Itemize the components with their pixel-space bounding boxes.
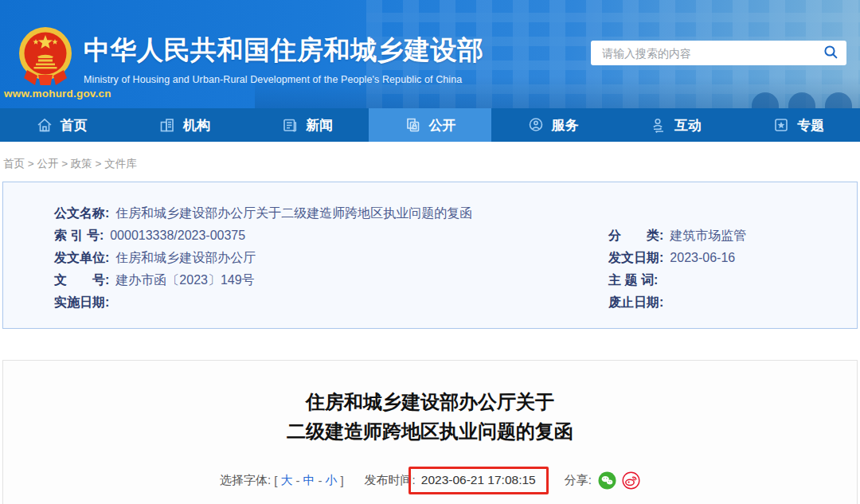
field-index-no: 索 引 号: 000013338/2023-00375 bbox=[54, 228, 608, 244]
separator: - bbox=[318, 474, 322, 487]
doc-row: 文 号: 建办市函〔2023〕149号 主 题 词: bbox=[54, 269, 857, 291]
field-doc-name: 公文名称: 住房和城乡建设部办公厅关于二级建造师跨地区执业问题的复函 bbox=[54, 205, 472, 222]
site-header: www.mohurd.gov.cn 中华人民共和国住房和城乡建设部 Minist… bbox=[0, 0, 860, 108]
field-label: 主 题 词: bbox=[608, 272, 658, 289]
ministry-title-cn: 中华人民共和国住房和城乡建设部 bbox=[84, 33, 484, 68]
field-value: 2023-06-16 bbox=[670, 251, 735, 265]
publish-time-highlight-box: 2023-06-21 17:08:15 bbox=[408, 467, 549, 494]
field-issuer: 发文单位: 住房和城乡建设部办公厅 bbox=[54, 250, 608, 267]
search-box bbox=[591, 41, 846, 65]
field-subject: 主 题 词: bbox=[608, 272, 857, 289]
field-label: 发文单位: bbox=[54, 250, 109, 267]
home-icon bbox=[36, 116, 53, 134]
field-label: 文 号: bbox=[54, 272, 109, 289]
field-label: 索 引 号: bbox=[54, 228, 104, 244]
font-size-medium-link[interactable]: 中 bbox=[303, 473, 315, 488]
field-value: 建筑市场监管 bbox=[670, 228, 746, 244]
nav-label: 公开 bbox=[428, 116, 455, 135]
share-wechat-button[interactable] bbox=[598, 471, 616, 490]
header-titles: 中华人民共和国住房和城乡建设部 Ministry of Housing and … bbox=[84, 33, 484, 85]
nav-label: 服务 bbox=[552, 116, 579, 135]
search-input[interactable] bbox=[602, 47, 823, 60]
search-icon bbox=[823, 45, 838, 62]
share-icons bbox=[598, 471, 640, 490]
header-arches-decoration bbox=[752, 92, 852, 108]
nav-label: 互动 bbox=[674, 116, 702, 135]
page: www.mohurd.gov.cn 中华人民共和国住房和城乡建设部 Minist… bbox=[0, 0, 860, 504]
doc-row: 发文单位: 住房和城乡建设部办公厅 发文日期: 2023-06-16 bbox=[54, 247, 857, 269]
field-value: 住房和城乡建设部办公厅关于二级建造师跨地区执业问题的复函 bbox=[115, 205, 472, 222]
field-repeal-date: 废止日期: bbox=[608, 295, 857, 311]
nav-label: 首页 bbox=[61, 116, 88, 135]
doc-row: 实施日期: 废止日期: bbox=[54, 291, 857, 314]
disclosure-icon bbox=[404, 116, 421, 134]
field-impl-date: 实施日期: bbox=[54, 295, 608, 311]
wechat-icon bbox=[598, 471, 616, 490]
field-value: 建办市函〔2023〕149号 bbox=[115, 272, 254, 289]
field-label: 分 类: bbox=[608, 228, 663, 244]
field-label: 公文名称: bbox=[54, 205, 109, 222]
news-icon bbox=[281, 116, 299, 134]
main-nav: 首页 机构 新闻 bbox=[0, 108, 860, 142]
field-label: 废止日期: bbox=[608, 295, 663, 311]
article-title-line2: 二级建造师跨地区执业问题的复函 bbox=[3, 416, 857, 446]
search-button[interactable] bbox=[823, 45, 838, 62]
font-size-large-link[interactable]: 大 bbox=[280, 473, 292, 488]
field-category: 分 类: 建筑市场监管 bbox=[608, 228, 857, 244]
share-label: 分享: bbox=[565, 473, 592, 488]
field-label: 实施日期: bbox=[54, 295, 109, 311]
nav-item-services[interactable]: 服务 bbox=[491, 108, 614, 142]
nav-item-organization[interactable]: 机构 bbox=[123, 108, 245, 142]
weibo-icon bbox=[622, 471, 640, 490]
bracket-open: [ bbox=[274, 474, 277, 487]
nav-label: 新闻 bbox=[306, 116, 333, 135]
article-title-line1: 住房和城乡建设部办公厅关于 bbox=[3, 387, 857, 416]
nav-item-home[interactable]: 首页 bbox=[0, 108, 123, 142]
services-icon bbox=[527, 116, 545, 134]
article-card: 住房和城乡建设部办公厅关于 二级建造师跨地区执业问题的复函 选择字体: [ 大 … bbox=[2, 360, 858, 504]
font-selector-label: 选择字体: bbox=[220, 473, 271, 488]
article-meta-bar: 选择字体: [ 大 - 中 - 小 ] 发布时间: 2023-06-21 17:… bbox=[3, 467, 857, 494]
national-emblem-icon bbox=[18, 25, 73, 91]
nav-item-news[interactable]: 新闻 bbox=[246, 108, 369, 142]
nav-item-disclosure[interactable]: 公开 bbox=[369, 108, 491, 142]
field-label: 发文日期: bbox=[608, 250, 663, 267]
publish-time-value: 2023-06-21 17:08:15 bbox=[421, 473, 536, 486]
separator: - bbox=[295, 474, 299, 487]
breadcrumb[interactable]: 首页 > 公开 > 政策 > 文件库 bbox=[0, 142, 860, 182]
bracket-close: ] bbox=[340, 474, 343, 487]
doc-row-name: 公文名称: 住房和城乡建设部办公厅关于二级建造师跨地区执业问题的复函 bbox=[54, 202, 857, 225]
field-issue-date: 发文日期: 2023-06-16 bbox=[608, 250, 857, 267]
article-title: 住房和城乡建设部办公厅关于 二级建造师跨地区执业问题的复函 bbox=[3, 387, 857, 446]
field-doc-no: 文 号: 建办市函〔2023〕149号 bbox=[54, 272, 608, 289]
site-url: www.mohurd.gov.cn bbox=[4, 88, 111, 100]
document-info-box: 公文名称: 住房和城乡建设部办公厅关于二级建造师跨地区执业问题的复函 索 引 号… bbox=[2, 182, 858, 329]
share-weibo-button[interactable] bbox=[622, 471, 640, 490]
nav-item-interaction[interactable]: 互动 bbox=[614, 108, 737, 142]
interaction-icon bbox=[650, 116, 667, 134]
nav-item-topics[interactable]: 专题 bbox=[737, 108, 860, 142]
topics-icon bbox=[772, 116, 790, 134]
organization-icon bbox=[158, 116, 176, 134]
field-value: 住房和城乡建设部办公厅 bbox=[115, 250, 256, 267]
ministry-title-en: Ministry of Housing and Urban-Rural Deve… bbox=[84, 74, 484, 85]
doc-row: 索 引 号: 000013338/2023-00375 分 类: 建筑市场监管 bbox=[54, 225, 857, 247]
font-size-small-link[interactable]: 小 bbox=[325, 473, 337, 488]
field-value: 000013338/2023-00375 bbox=[110, 229, 245, 243]
nav-label: 专题 bbox=[797, 116, 824, 135]
font-size-selector: 选择字体: [ 大 - 中 - 小 ] bbox=[220, 473, 344, 488]
nav-label: 机构 bbox=[183, 116, 210, 135]
